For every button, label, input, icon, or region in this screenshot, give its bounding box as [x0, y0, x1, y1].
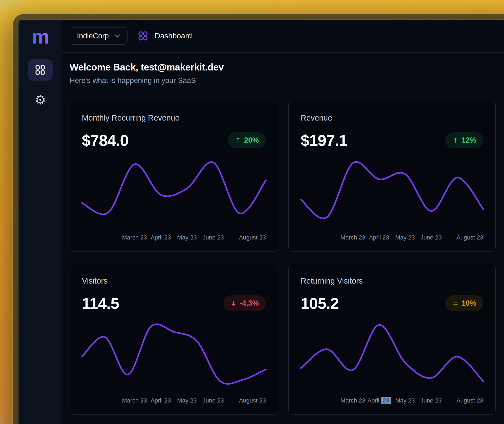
topbar: IndieCorp Dashboard: [62, 20, 504, 53]
line-chart: [82, 325, 266, 383]
x-axis-labels: March 23April 23May 23June 23August 23: [301, 397, 483, 405]
chevron-down-icon: [115, 34, 120, 38]
x-axis-label: May 23: [177, 397, 197, 404]
metric-value-row: $197.1 ↑ 12%: [301, 131, 483, 149]
trend-label: -4.3%: [239, 299, 259, 308]
trend-label: 12%: [462, 136, 476, 145]
metric-card: Returning Visitors 105.2 = 10% March 23A…: [288, 264, 496, 415]
metric-cards-grid: Monthly Recurring Revenue $784.0 ↑ 20% M…: [70, 101, 504, 415]
org-switcher-button[interactable]: IndieCorp: [70, 27, 127, 45]
x-axis-label: March 23: [122, 234, 147, 241]
metric-value: 114.5: [82, 294, 119, 312]
selected-text: 23: [381, 397, 391, 404]
welcome-title: Welcome Back, test@makerkit.dev: [70, 62, 504, 73]
main-panel: IndieCorp Dashboard Welcome Back, test@m…: [62, 20, 504, 424]
dashboard-content: Welcome Back, test@makerkit.dev Here's w…: [62, 53, 504, 424]
x-axis-label: August 23: [239, 397, 266, 404]
x-axis-label: May 23: [177, 234, 197, 241]
x-axis-label: March 23: [340, 234, 365, 241]
line-chart: [82, 162, 266, 220]
arrow-up-icon: ↑: [235, 136, 241, 145]
trend-badge: ↓ -4.3%: [223, 295, 266, 311]
x-axis-label: June 23: [421, 234, 442, 241]
welcome-subtitle: Here's what is happening in your SaaS: [70, 76, 504, 85]
sidebar-item-settings[interactable]: ⚙: [28, 89, 53, 110]
org-switcher-label: IndieCorp: [77, 32, 109, 40]
x-axis-label: June 23: [421, 397, 442, 404]
desktop-wallpaper: { "colors": { "accent_purple": "#7c3bf0"…: [0, 0, 504, 424]
x-axis-label: June 23: [203, 397, 224, 404]
x-axis-label: May 23: [395, 397, 415, 404]
metric-card: Visitors 114.5 ↓ -4.3% March 23April 23M…: [70, 264, 278, 415]
grid-icon: [35, 65, 45, 75]
x-axis-label: March 23: [340, 397, 365, 404]
arrow-up-icon: ↑: [452, 136, 458, 145]
card-title: Returning Visitors: [301, 276, 483, 285]
x-axis-label: March 23: [122, 397, 147, 404]
metric-card: Monthly Recurring Revenue $784.0 ↑ 20% M…: [70, 101, 278, 252]
x-axis-label: May 23: [395, 234, 415, 241]
x-axis-labels: March 23April 23May 23June 23August 23: [82, 234, 266, 242]
x-axis-label: August 23: [456, 234, 483, 241]
sidebar: m ⚙: [18, 20, 62, 424]
x-axis-label: April 23: [151, 234, 171, 241]
trend-badge: ↑ 20%: [228, 132, 266, 148]
trend-label: 20%: [244, 136, 259, 145]
line-chart: [301, 325, 483, 383]
metric-value: 105.2: [301, 294, 339, 312]
x-axis-label: June 23: [203, 234, 224, 241]
chart-line: [82, 162, 266, 214]
card-title: Revenue: [301, 113, 483, 122]
x-axis-label: August 23: [239, 234, 266, 241]
x-axis-labels: March 23April 23May 23June 23August 23: [301, 234, 483, 242]
x-axis-label: April 23: [367, 397, 391, 404]
x-axis-label: August 23: [456, 397, 483, 404]
card-title: Visitors: [82, 276, 266, 285]
sidebar-item-dashboard[interactable]: [28, 59, 53, 81]
metric-card: Revenue $197.1 ↑ 12% March 23April 23May…: [288, 101, 496, 252]
metric-value: $197.1: [301, 131, 347, 149]
chart-line: [301, 162, 483, 219]
trend-badge: = 10%: [445, 295, 483, 311]
card-title: Monthly Recurring Revenue: [82, 113, 266, 122]
page-title: Dashboard: [155, 32, 192, 40]
gear-icon: ⚙: [35, 94, 46, 106]
makerkit-logo: m: [32, 27, 49, 47]
metric-value-row: $784.0 ↑ 20%: [82, 131, 266, 149]
line-chart: [301, 162, 483, 220]
metric-value-row: 105.2 = 10%: [301, 294, 483, 312]
x-axis-labels: March 23April 23May 23June 23August 23: [82, 397, 266, 405]
dashboard-icon: [138, 31, 148, 41]
arrow-down-icon: ↓: [231, 299, 237, 308]
metric-value-row: 114.5 ↓ -4.3%: [82, 294, 266, 312]
trend-badge: ↑ 12%: [445, 132, 483, 148]
x-axis-label: April 23: [151, 397, 171, 404]
x-axis-label: April 23: [369, 234, 389, 241]
chart-line: [82, 324, 266, 384]
trend-label: 10%: [462, 299, 476, 308]
equals-icon: =: [452, 299, 458, 308]
chart-line: [301, 325, 483, 382]
metric-value: $784.0: [82, 131, 128, 149]
app-window: m ⚙ IndieCorp Dashboard Welcome B: [18, 20, 504, 424]
sidebar-nav: ⚙: [28, 59, 53, 110]
breadcrumb: Dashboard: [138, 31, 192, 41]
